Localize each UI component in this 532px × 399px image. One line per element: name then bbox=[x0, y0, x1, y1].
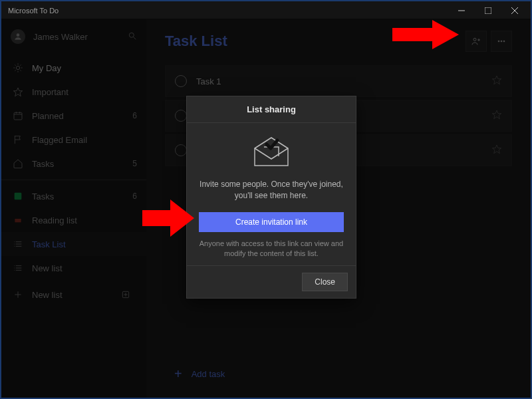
close-dialog-button[interactable]: Close bbox=[302, 273, 348, 291]
maximize-button[interactable] bbox=[475, 2, 501, 19]
close-window-button[interactable] bbox=[501, 2, 528, 19]
dialog-message: Invite some people. Once they've joined,… bbox=[199, 179, 344, 201]
dialog-footer: Close bbox=[187, 265, 356, 298]
dialog-note: Anyone with access to this link can view… bbox=[199, 239, 344, 259]
dialog-body: Invite some people. Once they've joined,… bbox=[187, 123, 356, 265]
dialog-title: List sharing bbox=[187, 96, 356, 123]
minimize-button[interactable] bbox=[448, 2, 475, 19]
svg-rect-1 bbox=[485, 7, 491, 14]
create-invitation-link-button[interactable]: Create invitation link bbox=[199, 212, 344, 232]
list-sharing-dialog: List sharing Invite some people. Once th… bbox=[186, 96, 356, 299]
envelope-check-icon bbox=[248, 132, 295, 172]
app-title: Microsoft To Do bbox=[4, 7, 448, 15]
titlebar: Microsoft To Do bbox=[1, 1, 531, 20]
